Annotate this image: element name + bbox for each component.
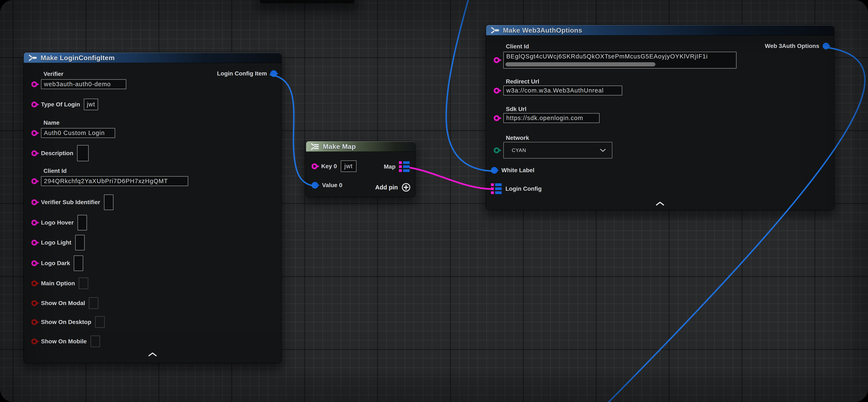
field-horizontal-scrollbar[interactable] [505, 62, 655, 66]
make-struct-icon [490, 27, 500, 34]
node-make-web3authoptions[interactable]: Make Web3AuthOptions Web 3Auth Options C… [486, 25, 834, 210]
string-pin-logo-hover[interactable] [31, 220, 37, 226]
map-output-pin[interactable] [399, 161, 410, 172]
pin-label: Description [41, 150, 73, 156]
input-row-sdk-url: Sdk Url https://sdk.openlogin.com [494, 106, 599, 123]
node-header-make-web3authoptions[interactable]: Make Web3AuthOptions [486, 25, 834, 35]
string-pin-redirect-url[interactable] [494, 88, 500, 93]
input-row-description: Description [31, 145, 89, 161]
pin-label: Client Id [506, 43, 737, 50]
show-on-desktop-checkbox[interactable] [95, 316, 104, 328]
type-of-login-field[interactable]: jwt [84, 98, 98, 110]
collapse-node-button[interactable] [146, 352, 159, 356]
pin-label: Sdk Url [506, 106, 599, 113]
bool-pin-main-option[interactable] [31, 281, 37, 286]
string-pin-description[interactable] [31, 150, 37, 156]
input-row-network: Network CYAN [494, 134, 612, 159]
input-row-verifier-sub-identifier: Verifier Sub Identifier [31, 195, 114, 210]
collapse-node-button[interactable] [654, 201, 666, 206]
input-row-show-on-modal: Show On Modal [31, 297, 98, 309]
pin-label: Show On Modal [41, 300, 85, 307]
pin-label: Show On Desktop [41, 319, 91, 325]
output-row-login-config-item: Login Config Item [217, 70, 276, 77]
wire-map-to-login-config[interactable] [410, 168, 494, 189]
graph-canvas[interactable]: Make LoginConfigItem Login Config Item V… [0, 0, 868, 402]
string-pin-client-id[interactable] [494, 57, 500, 63]
output-pin-label: Map [384, 163, 396, 170]
input-row-logo-light: Logo Light [31, 235, 85, 251]
make-struct-icon [28, 54, 37, 62]
client-id-field[interactable]: BEglQSgt4cUWcj6SKRdu5QkOXTsePmMcusG5EAoy… [503, 52, 737, 68]
name-field[interactable]: Auth0 Custom Login [41, 128, 115, 138]
verifier-sub-identifier-field[interactable] [104, 195, 114, 210]
logo-dark-field[interactable] [74, 255, 83, 271]
string-pin-type-of-login[interactable] [31, 102, 37, 108]
pin-label: Show On Mobile [41, 338, 87, 345]
pin-label: Network [506, 134, 612, 142]
input-row-show-on-desktop: Show On Desktop [31, 316, 104, 328]
output-pin-label: Web 3Auth Options [765, 43, 819, 50]
pin-label: Verifier Sub Identifier [41, 199, 100, 206]
input-row-logo-hover: Logo Hover [31, 215, 87, 230]
client-id-field[interactable]: 294QRkchfq2YaXUbPri7D6PH7xzHgQMT [41, 176, 188, 186]
struct-pin-white-label[interactable] [491, 167, 498, 174]
string-pin-client-id[interactable] [31, 178, 37, 184]
node-header-make-map[interactable]: Make Map [306, 141, 415, 152]
enum-pin-network[interactable] [494, 147, 500, 153]
add-pin-button[interactable]: Add pin [375, 182, 411, 192]
input-row-client-id: Client Id 294QRkchfq2YaXUbPri7D6PH7xzHgQ… [31, 167, 188, 186]
node-header-make-loginconfigitem[interactable]: Make LoginConfigItem [24, 53, 281, 63]
string-pin-logo-light[interactable] [31, 240, 37, 246]
input-row-show-on-mobile: Show On Mobile [31, 336, 100, 347]
node-title: Make Web3AuthOptions [503, 27, 582, 34]
input-row-redirect-url: Redirect Url w3a://com.w3a.Web3AuthUnrea… [494, 78, 622, 95]
circled-plus-icon [401, 182, 411, 192]
node-title: Make LoginConfigItem [40, 54, 115, 62]
add-pin-label: Add pin [375, 184, 398, 191]
pin-label: Value 0 [322, 182, 342, 189]
string-pin-verifier[interactable] [31, 81, 37, 87]
pin-label: Redirect Url [506, 78, 622, 85]
sdk-url-field[interactable]: https://sdk.openlogin.com [503, 113, 599, 123]
logo-hover-field[interactable] [78, 215, 87, 230]
input-row-name: Name Auth0 Custom Login [31, 119, 115, 138]
input-row-white-label: White Label [491, 167, 534, 174]
network-selected-value: CYAN [512, 147, 526, 153]
pin-label: Type Of Login [41, 101, 80, 108]
pin-label: Name [43, 119, 115, 126]
bool-pin-show-on-mobile[interactable] [31, 339, 37, 344]
bool-pin-show-on-desktop[interactable] [31, 319, 37, 325]
string-pin-verifier-sub-identifier[interactable] [31, 199, 37, 205]
input-row-key-0: Key 0 jwt [312, 161, 356, 172]
offscreen-node-bottom-edge [260, 0, 354, 3]
string-pin-name[interactable] [31, 130, 37, 136]
node-title: Make Map [323, 143, 356, 150]
redirect-url-field[interactable]: w3a://com.w3a.Web3AuthUnreal [503, 86, 622, 95]
description-field[interactable] [77, 145, 89, 161]
pin-label: White Label [501, 167, 534, 174]
input-row-logo-dark: Logo Dark [31, 255, 83, 271]
verifier-field[interactable]: web3auth-auth0-demo [41, 79, 126, 89]
chevron-down-icon [600, 148, 606, 152]
string-pin-key-0[interactable] [312, 163, 317, 169]
main-option-checkbox[interactable] [79, 278, 88, 289]
pin-label: Logo Hover [41, 219, 74, 226]
input-row-type-of-login: Type Of Login jwt [31, 98, 98, 110]
logo-light-field[interactable] [75, 235, 85, 251]
string-pin-sdk-url[interactable] [494, 115, 500, 121]
bool-pin-show-on-modal[interactable] [31, 300, 37, 306]
output-row-map: Map [384, 161, 410, 172]
chevron-up-icon [148, 352, 157, 356]
key-0-field[interactable]: jwt [341, 161, 356, 172]
show-on-modal-checkbox[interactable] [89, 297, 98, 309]
make-map-icon [310, 143, 319, 150]
node-make-loginconfigitem[interactable]: Make LoginConfigItem Login Config Item V… [24, 53, 281, 363]
pin-label: Login Config [505, 185, 542, 192]
pin-label: Client Id [43, 167, 188, 174]
show-on-mobile-checkbox[interactable] [91, 336, 100, 347]
input-row-login-config: Login Config [491, 183, 542, 194]
input-row-verifier: Verifier web3auth-auth0-demo [31, 70, 126, 89]
network-dropdown[interactable]: CYAN [503, 142, 612, 159]
string-pin-logo-dark[interactable] [31, 260, 37, 266]
node-make-map[interactable]: Make Map Key 0 jwt Map Value 0 [306, 141, 415, 197]
